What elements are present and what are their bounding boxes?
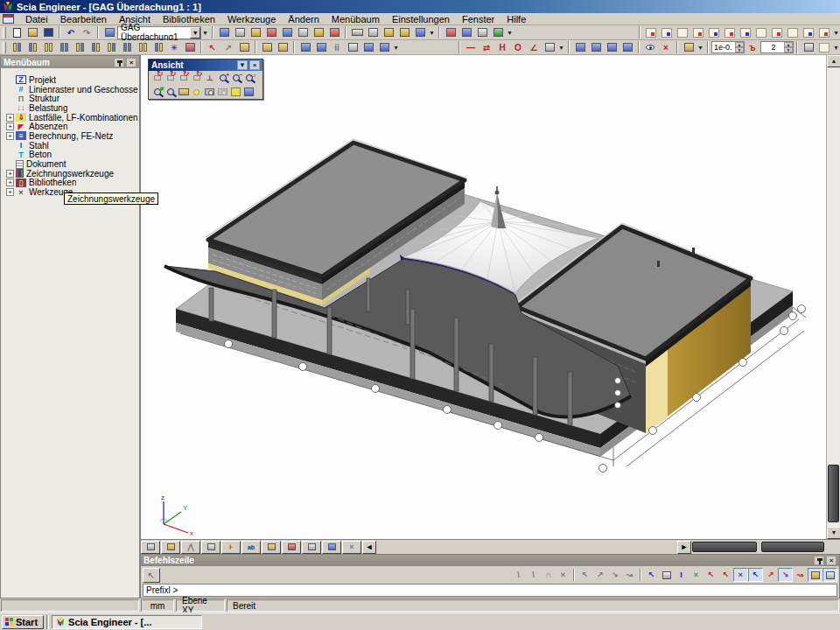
- view-preset-dropdown-icon[interactable]: ▾: [832, 29, 840, 37]
- endpoint-snap-icon[interactable]: ×: [689, 568, 704, 582]
- tools-gold-snap-icon[interactable]: [808, 568, 822, 582]
- arrow4-icon[interactable]: ↝: [622, 568, 637, 582]
- rotate-free-icon[interactable]: [190, 72, 203, 84]
- print-icon[interactable]: [349, 26, 365, 39]
- tree-item-beton[interactable]: TBeton: [6, 150, 139, 160]
- grid-icon[interactable]: [302, 541, 321, 554]
- cursor-snap-icon[interactable]: ↖: [644, 568, 659, 582]
- document-icon[interactable]: [412, 26, 428, 39]
- rotate-x-icon[interactable]: [150, 72, 164, 84]
- expand-icon[interactable]: +: [6, 122, 14, 130]
- redo-icon[interactable]: ↷: [79, 26, 94, 39]
- tools-icon[interactable]: [282, 541, 301, 554]
- pin-icon[interactable]: [814, 556, 824, 565]
- menu-werkzeuge[interactable]: Werkzeuge: [221, 13, 282, 25]
- abc-check-icon[interactable]: ab: [242, 541, 261, 554]
- angle-icon[interactable]: ∠: [526, 41, 542, 54]
- link-gold-icon[interactable]: [161, 541, 180, 554]
- pair3-icon[interactable]: [360, 41, 376, 54]
- node-snap-icon[interactable]: ↖: [718, 568, 733, 582]
- beam-tool-6-icon[interactable]: [88, 41, 103, 54]
- photo-icon[interactable]: [322, 541, 341, 554]
- status-plane[interactable]: Ebene XY: [176, 599, 225, 612]
- status-units[interactable]: mm: [141, 599, 174, 612]
- print-group-dropdown-icon[interactable]: ▾: [428, 29, 436, 37]
- beam-tool-7-icon[interactable]: [103, 41, 119, 54]
- tree-item-lastfaelle[interactable]: +⇓Lastfälle, LF-Kombinationen: [6, 113, 139, 122]
- tree-item-projekt[interactable]: ZProjekt: [6, 75, 139, 85]
- view-preset-11-icon[interactable]: [801, 26, 816, 39]
- menu-einstellungen[interactable]: Einstellungen: [386, 13, 456, 25]
- intersection-snap-icon[interactable]: ×: [733, 568, 748, 582]
- scroll-right-icon[interactable]: ►: [677, 541, 691, 554]
- palette-dropdown-icon[interactable]: ▼: [237, 60, 248, 70]
- camera-icon[interactable]: [203, 86, 216, 98]
- tree-item-zeichnungswerkzeuge[interactable]: +Zeichnungswerkzeuge: [6, 169, 139, 178]
- start-button[interactable]: Start: [2, 615, 44, 629]
- zoom-in-icon[interactable]: +: [216, 72, 229, 84]
- zoom-out-icon[interactable]: −: [229, 72, 242, 84]
- select-gold-icon[interactable]: [236, 41, 252, 54]
- activity-box-icon[interactable]: [490, 26, 506, 39]
- snap-red-icon[interactable]: ъ: [745, 41, 760, 54]
- layout-a-icon[interactable]: [311, 26, 326, 39]
- close-icon[interactable]: ×: [126, 58, 136, 67]
- open-view-icon[interactable]: [177, 86, 190, 98]
- arrow1-icon[interactable]: ↖: [578, 568, 592, 582]
- zoom-window-icon[interactable]: ▭: [242, 72, 256, 84]
- menu-menuebaum[interactable]: Menübaum: [326, 13, 386, 25]
- pair4-icon[interactable]: [376, 41, 392, 54]
- zoom-selection-icon[interactable]: [164, 86, 177, 98]
- view-preset-3-icon[interactable]: [675, 26, 690, 39]
- tree-item-stahl[interactable]: IStahl: [6, 141, 139, 150]
- activity-blue-icon[interactable]: [458, 26, 474, 39]
- tree-item-dokument[interactable]: Dokument: [6, 159, 139, 169]
- visibility-eye-icon[interactable]: [642, 41, 658, 54]
- line-icon[interactable]: —: [463, 41, 479, 54]
- new-document-icon[interactable]: [9, 26, 24, 39]
- vertical-scrollbar[interactable]: ▲ ▼: [826, 55, 840, 539]
- scroll-left-icon[interactable]: ◄: [362, 541, 376, 554]
- pattern-icon[interactable]: [295, 26, 311, 39]
- count-spinbox[interactable]: 2 ▲▼: [760, 41, 794, 53]
- select-red-icon[interactable]: ↖: [205, 41, 220, 54]
- copy-view-1-icon[interactable]: [572, 41, 588, 54]
- gallery-doc-icon[interactable]: [248, 26, 263, 39]
- print-preview-icon[interactable]: [365, 26, 381, 39]
- rotate-z-icon[interactable]: [177, 72, 190, 84]
- view-preset-5-icon[interactable]: [706, 26, 722, 39]
- activity-red-icon[interactable]: [443, 26, 458, 39]
- layer-gray2-icon[interactable]: [816, 41, 832, 54]
- window-split-icon[interactable]: [102, 26, 117, 39]
- length-snap-icon[interactable]: ↝: [793, 568, 808, 582]
- beam-tool-4-icon[interactable]: [56, 41, 72, 54]
- menu-fenster[interactable]: Fenster: [456, 13, 500, 25]
- copy-view-2-icon[interactable]: [588, 41, 604, 54]
- document-blue-icon[interactable]: [279, 26, 295, 39]
- beam-tool-1-icon[interactable]: [9, 41, 24, 54]
- spin-updown-icon[interactable]: ▲▼: [735, 42, 744, 52]
- tree-item-berechnung[interactable]: +≡Berechnung, FE-Netz: [6, 131, 139, 141]
- grid-snap-icon[interactable]: [659, 568, 674, 582]
- chart-icon[interactable]: [201, 541, 220, 554]
- toolbar-overflow-icon[interactable]: ▾: [201, 29, 209, 37]
- link-icon[interactable]: [141, 541, 160, 554]
- beam-tool-9-icon[interactable]: [135, 41, 150, 54]
- dot-grid-snap-icon[interactable]: [822, 568, 837, 582]
- binocular-icon[interactable]: [259, 41, 275, 54]
- ortho-snap-icon[interactable]: ↖: [748, 568, 763, 582]
- draw-dropdown-icon[interactable]: ▾: [557, 44, 565, 52]
- view-preset-10-icon[interactable]: [785, 26, 801, 39]
- undo-icon[interactable]: ↶: [63, 26, 79, 39]
- circle-icon[interactable]: O: [510, 41, 526, 54]
- beam-snap-icon[interactable]: I: [674, 568, 689, 582]
- camera2-icon[interactable]: [216, 86, 229, 98]
- tangent-snap-icon[interactable]: ↗: [763, 568, 778, 582]
- cut-icon[interactable]: ×: [658, 41, 674, 54]
- histogram-icon[interactable]: [542, 41, 557, 54]
- binocular2-icon[interactable]: [275, 41, 290, 54]
- perpendicular-snap-icon[interactable]: ↘: [778, 568, 793, 582]
- spin-updown-icon[interactable]: ▲▼: [784, 42, 793, 52]
- axis-view-icon[interactable]: ⊥: [203, 72, 216, 84]
- midpoint-snap-icon[interactable]: ↖: [704, 568, 718, 582]
